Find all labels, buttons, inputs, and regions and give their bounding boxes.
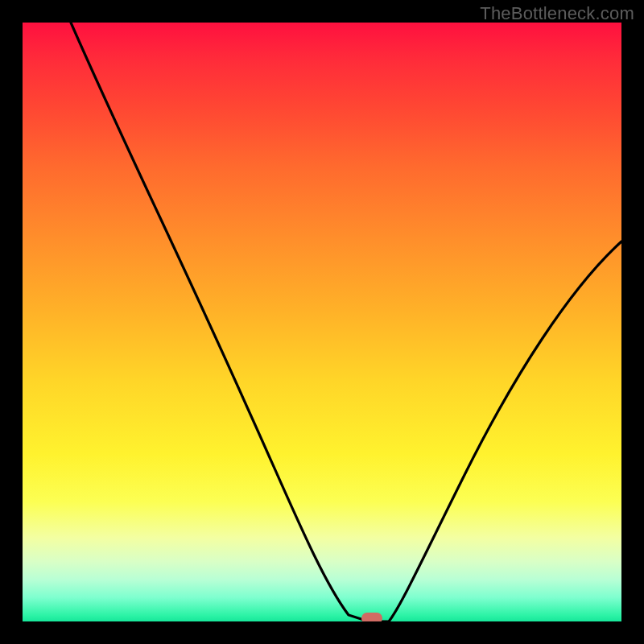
optimal-point-marker	[361, 613, 382, 621]
curve-path	[71, 23, 621, 621]
watermark-text: TheBottleneck.com	[480, 3, 634, 24]
chart-frame: TheBottleneck.com	[0, 0, 644, 644]
bottleneck-curve	[23, 23, 621, 621]
plot-area	[23, 23, 621, 621]
